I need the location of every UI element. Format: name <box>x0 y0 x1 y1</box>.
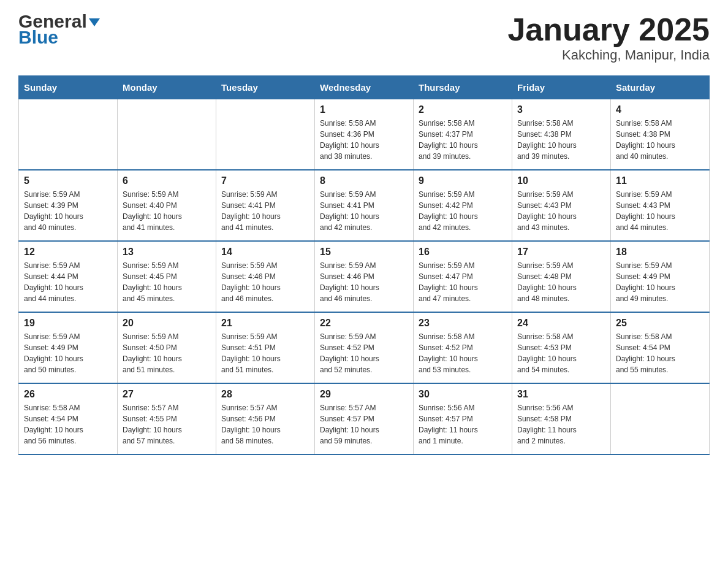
day-info: Sunrise: 5:59 AM Sunset: 4:44 PM Dayligh… <box>24 260 112 304</box>
day-number: 29 <box>320 389 408 400</box>
day-number: 24 <box>517 318 605 329</box>
day-info: Sunrise: 5:59 AM Sunset: 4:49 PM Dayligh… <box>616 260 704 304</box>
day-number: 27 <box>123 389 211 400</box>
day-number: 23 <box>419 318 507 329</box>
logo: General Blue <box>18 12 100 47</box>
day-number: 16 <box>419 247 507 258</box>
calendar-week-row: 5Sunrise: 5:59 AM Sunset: 4:39 PM Daylig… <box>19 170 710 241</box>
day-info: Sunrise: 5:59 AM Sunset: 4:42 PM Dayligh… <box>419 189 507 233</box>
calendar-cell: 11Sunrise: 5:59 AM Sunset: 4:43 PM Dayli… <box>611 170 710 241</box>
header-saturday: Saturday <box>611 76 710 99</box>
calendar-cell <box>118 99 216 170</box>
logo-name-blue: Blue <box>18 28 100 47</box>
day-info: Sunrise: 5:56 AM Sunset: 4:57 PM Dayligh… <box>419 402 507 446</box>
day-info: Sunrise: 5:58 AM Sunset: 4:53 PM Dayligh… <box>517 331 605 375</box>
day-info: Sunrise: 5:59 AM Sunset: 4:45 PM Dayligh… <box>123 260 211 304</box>
day-info: Sunrise: 5:59 AM Sunset: 4:40 PM Dayligh… <box>123 189 211 233</box>
day-number: 10 <box>517 175 605 186</box>
day-info: Sunrise: 5:59 AM Sunset: 4:46 PM Dayligh… <box>221 260 309 304</box>
calendar-cell: 7Sunrise: 5:59 AM Sunset: 4:41 PM Daylig… <box>216 170 315 241</box>
calendar-cell: 21Sunrise: 5:59 AM Sunset: 4:51 PM Dayli… <box>216 312 315 383</box>
calendar-cell <box>611 383 710 454</box>
calendar-cell: 24Sunrise: 5:58 AM Sunset: 4:53 PM Dayli… <box>512 312 611 383</box>
day-number: 26 <box>24 389 112 400</box>
day-info: Sunrise: 5:58 AM Sunset: 4:54 PM Dayligh… <box>616 331 704 375</box>
day-number: 12 <box>24 247 112 258</box>
calendar-cell: 16Sunrise: 5:59 AM Sunset: 4:47 PM Dayli… <box>414 241 512 312</box>
calendar-week-row: 1Sunrise: 5:58 AM Sunset: 4:36 PM Daylig… <box>19 99 710 170</box>
day-number: 11 <box>616 175 704 186</box>
page-header: General Blue January 2025 Kakching, Mani… <box>18 12 710 63</box>
calendar-cell: 2Sunrise: 5:58 AM Sunset: 4:37 PM Daylig… <box>414 99 512 170</box>
header-sunday: Sunday <box>19 76 118 99</box>
day-info: Sunrise: 5:58 AM Sunset: 4:36 PM Dayligh… <box>320 118 408 162</box>
day-number: 28 <box>221 389 309 400</box>
day-number: 15 <box>320 247 408 258</box>
day-info: Sunrise: 5:59 AM Sunset: 4:51 PM Dayligh… <box>221 331 309 375</box>
day-info: Sunrise: 5:59 AM Sunset: 4:49 PM Dayligh… <box>24 331 112 375</box>
day-number: 2 <box>419 104 507 115</box>
calendar-cell: 22Sunrise: 5:59 AM Sunset: 4:52 PM Dayli… <box>315 312 414 383</box>
calendar-header-row: Sunday Monday Tuesday Wednesday Thursday… <box>19 76 710 99</box>
day-info: Sunrise: 5:58 AM Sunset: 4:52 PM Dayligh… <box>419 331 507 375</box>
day-number: 30 <box>419 389 507 400</box>
calendar-week-row: 19Sunrise: 5:59 AM Sunset: 4:49 PM Dayli… <box>19 312 710 383</box>
calendar-cell: 3Sunrise: 5:58 AM Sunset: 4:38 PM Daylig… <box>512 99 611 170</box>
day-info: Sunrise: 5:59 AM Sunset: 4:52 PM Dayligh… <box>320 331 408 375</box>
day-number: 22 <box>320 318 408 329</box>
day-info: Sunrise: 5:57 AM Sunset: 4:56 PM Dayligh… <box>221 402 309 446</box>
day-info: Sunrise: 5:59 AM Sunset: 4:43 PM Dayligh… <box>517 189 605 233</box>
header-tuesday: Tuesday <box>216 76 315 99</box>
calendar-cell: 20Sunrise: 5:59 AM Sunset: 4:50 PM Dayli… <box>118 312 216 383</box>
day-number: 8 <box>320 175 408 186</box>
calendar-cell: 28Sunrise: 5:57 AM Sunset: 4:56 PM Dayli… <box>216 383 315 454</box>
day-info: Sunrise: 5:58 AM Sunset: 4:38 PM Dayligh… <box>616 118 704 162</box>
page-subtitle: Kakching, Manipur, India <box>507 47 710 63</box>
day-info: Sunrise: 5:56 AM Sunset: 4:58 PM Dayligh… <box>517 402 605 446</box>
day-number: 25 <box>616 318 704 329</box>
calendar-cell: 12Sunrise: 5:59 AM Sunset: 4:44 PM Dayli… <box>19 241 118 312</box>
calendar-cell: 4Sunrise: 5:58 AM Sunset: 4:38 PM Daylig… <box>611 99 710 170</box>
day-number: 9 <box>419 175 507 186</box>
calendar-cell: 30Sunrise: 5:56 AM Sunset: 4:57 PM Dayli… <box>414 383 512 454</box>
day-number: 14 <box>221 247 309 258</box>
logo-triangle-icon <box>89 18 100 26</box>
header-monday: Monday <box>118 76 216 99</box>
calendar-cell: 10Sunrise: 5:59 AM Sunset: 4:43 PM Dayli… <box>512 170 611 241</box>
calendar-cell: 15Sunrise: 5:59 AM Sunset: 4:46 PM Dayli… <box>315 241 414 312</box>
day-info: Sunrise: 5:59 AM Sunset: 4:47 PM Dayligh… <box>419 260 507 304</box>
calendar-cell: 14Sunrise: 5:59 AM Sunset: 4:46 PM Dayli… <box>216 241 315 312</box>
day-number: 5 <box>24 175 112 186</box>
title-block: January 2025 Kakching, Manipur, India <box>507 12 710 63</box>
day-number: 18 <box>616 247 704 258</box>
calendar-cell: 19Sunrise: 5:59 AM Sunset: 4:49 PM Dayli… <box>19 312 118 383</box>
day-info: Sunrise: 5:59 AM Sunset: 4:46 PM Dayligh… <box>320 260 408 304</box>
header-friday: Friday <box>512 76 611 99</box>
day-number: 17 <box>517 247 605 258</box>
day-info: Sunrise: 5:58 AM Sunset: 4:38 PM Dayligh… <box>517 118 605 162</box>
calendar-cell: 9Sunrise: 5:59 AM Sunset: 4:42 PM Daylig… <box>414 170 512 241</box>
day-info: Sunrise: 5:59 AM Sunset: 4:43 PM Dayligh… <box>616 189 704 233</box>
calendar-cell <box>19 99 118 170</box>
day-info: Sunrise: 5:58 AM Sunset: 4:54 PM Dayligh… <box>24 402 112 446</box>
calendar-cell: 13Sunrise: 5:59 AM Sunset: 4:45 PM Dayli… <box>118 241 216 312</box>
day-number: 20 <box>123 318 211 329</box>
calendar-cell <box>216 99 315 170</box>
day-info: Sunrise: 5:59 AM Sunset: 4:48 PM Dayligh… <box>517 260 605 304</box>
calendar-week-row: 26Sunrise: 5:58 AM Sunset: 4:54 PM Dayli… <box>19 383 710 454</box>
day-number: 1 <box>320 104 408 115</box>
day-number: 6 <box>123 175 211 186</box>
day-number: 31 <box>517 389 605 400</box>
calendar-cell: 17Sunrise: 5:59 AM Sunset: 4:48 PM Dayli… <box>512 241 611 312</box>
calendar-cell: 27Sunrise: 5:57 AM Sunset: 4:55 PM Dayli… <box>118 383 216 454</box>
day-info: Sunrise: 5:57 AM Sunset: 4:57 PM Dayligh… <box>320 402 408 446</box>
calendar-cell: 26Sunrise: 5:58 AM Sunset: 4:54 PM Dayli… <box>19 383 118 454</box>
calendar-week-row: 12Sunrise: 5:59 AM Sunset: 4:44 PM Dayli… <box>19 241 710 312</box>
calendar-table: Sunday Monday Tuesday Wednesday Thursday… <box>18 75 710 455</box>
day-info: Sunrise: 5:57 AM Sunset: 4:55 PM Dayligh… <box>123 402 211 446</box>
day-number: 4 <box>616 104 704 115</box>
day-info: Sunrise: 5:58 AM Sunset: 4:37 PM Dayligh… <box>419 118 507 162</box>
calendar-cell: 29Sunrise: 5:57 AM Sunset: 4:57 PM Dayli… <box>315 383 414 454</box>
day-number: 3 <box>517 104 605 115</box>
day-info: Sunrise: 5:59 AM Sunset: 4:41 PM Dayligh… <box>221 189 309 233</box>
